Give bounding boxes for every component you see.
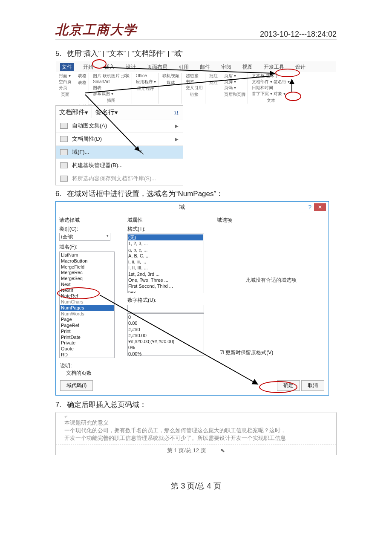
btn-bookmark[interactable]: 书签: [186, 79, 203, 85]
equation-icon: π: [170, 106, 183, 119]
btn-cover[interactable]: 封面 ▾: [59, 73, 72, 79]
step-7-num: 7.: [55, 401, 65, 409]
sample-footer: 第 1 页/总 12 页 ⬉: [64, 445, 328, 455]
btn-sigline[interactable]: 签名行 ▾: [274, 79, 290, 84]
list-numformats[interactable]: 00.00#,##0 #,##0.00¥#,##0.00;(¥#,##0.00)…: [127, 313, 204, 356]
btn-office[interactable]: Office: [136, 73, 156, 79]
menu-docprop[interactable]: 文档属性(D)▶: [56, 132, 183, 145]
btn-header[interactable]: 页眉 ▾: [224, 73, 245, 79]
result-sample: ↵ 本课题研究的意义 一个现代化的公司，拥有数千名的员工，那么如何管理这么庞大的…: [55, 412, 337, 455]
tab-mail[interactable]: 邮件: [198, 63, 212, 71]
label-fieldname: 域名(F):: [59, 243, 121, 251]
input-numformat[interactable]: [127, 305, 204, 312]
btn-comment[interactable]: 批注: [209, 73, 218, 79]
btn-textbox[interactable]: 文本框: [252, 73, 265, 78]
close-icon[interactable]: ✕: [314, 203, 326, 211]
grp-hdr: 页眉和页脚: [224, 92, 245, 98]
step-5-text: 使用“插入” | “文本” | “文档部件” | “域”: [67, 49, 184, 58]
grp-table: 表格: [78, 80, 86, 86]
btn-onlinepic[interactable]: 联机图片: [103, 73, 120, 78]
cursor-icon-2: ⬉: [220, 447, 225, 454]
step-7-text: 确定后即插入总页码域：: [67, 401, 147, 409]
step-5-num: 5.: [55, 49, 65, 58]
highlight-oval-ok: [259, 381, 297, 393]
highlight-oval-numpages: [57, 287, 100, 299]
label-desc: 说明:: [60, 362, 324, 370]
step-5: 5. 使用“插入” | “文本” | “文档部件” | “域”: [55, 49, 337, 58]
btn-apps[interactable]: 应用程序 ▾: [136, 79, 156, 85]
tab-view[interactable]: 视图: [241, 63, 254, 71]
bbmanager-icon: [60, 162, 68, 168]
btn-chart[interactable]: 图表: [93, 85, 101, 90]
ribbon-screenshot: 文件 开始 插入 设计 页面布局 引用 邮件 审阅 视图 开发工具 设计 封面 …: [55, 61, 337, 104]
btn-blank[interactable]: 空白页: [59, 79, 72, 85]
step-7: 7. 确定后即插入总页码域：: [55, 400, 337, 410]
university-logo: 北京工商大学: [55, 21, 137, 39]
field-dialog: 域 ? ✕ 请选择域 类别(C): (全部)▾ 域名(F): ListNumMa…: [55, 201, 329, 396]
page-header: 北京工商大学 2013-10-12---18:24:02: [55, 21, 337, 40]
save-icon: [60, 176, 68, 182]
step-6-num: 6.: [55, 190, 65, 198]
sec-field-props: 域属性: [127, 217, 210, 224]
grp-comment: 批注: [209, 80, 218, 86]
menu-field[interactable]: 域(F)...↖: [56, 145, 183, 159]
btn-shape[interactable]: 形状: [121, 73, 130, 78]
grp-illus: 插图: [93, 98, 130, 104]
tab-review[interactable]: 审阅: [219, 63, 233, 71]
list-formats[interactable]: (无)1, 2, 3, ...a, b, c, ... A, B, C, ...…: [127, 234, 204, 293]
no-options-msg: 此域没有合适的域选项: [217, 225, 325, 347]
btn-hyperlink[interactable]: 超链接: [186, 73, 203, 79]
btn-quickparts[interactable]: 文档部件 ▾: [252, 79, 272, 84]
btn-pic[interactable]: 图片: [93, 73, 101, 78]
tab-design1[interactable]: 设计: [124, 63, 138, 71]
tab-layout[interactable]: 页面布局: [145, 63, 169, 71]
tab-ref[interactable]: 引用: [177, 63, 190, 71]
autotext-icon: [60, 123, 68, 129]
chk-preserve-format[interactable]: ☑ 更新时保留原格式(V): [217, 347, 325, 358]
grp-app: 应用程序: [136, 86, 156, 92]
btn-datetime[interactable]: 日期和时间: [252, 85, 273, 90]
btn-smartart[interactable]: SmartArt: [93, 79, 110, 84]
sample-line-1: 本课题研究的意义: [64, 419, 328, 427]
quickparts-menu: 文档部件 ▾ 签名行 ▾ π 自动图文集(A)▶ 文档属性(D)▶ 域(F)..…: [55, 105, 183, 185]
grp-media: 媒体: [162, 80, 179, 86]
btn-xref[interactable]: 交叉引用: [186, 85, 203, 91]
help-icon[interactable]: ?: [306, 204, 314, 211]
btn-screenshot[interactable]: 屏幕截图 ▾: [93, 91, 113, 96]
highlight-oval-quickparts: [275, 69, 300, 77]
label-format: 格式(T):: [127, 225, 210, 233]
btn-pagenum[interactable]: 页码 ▾: [224, 85, 245, 91]
label-category: 类别(C):: [59, 225, 121, 233]
menu-autotext[interactable]: 自动图文集(A)▶: [56, 119, 183, 132]
grp-text: 文本: [252, 98, 289, 104]
btn-dropcap[interactable]: 首字下沉 ▾: [252, 91, 272, 96]
menu-btn-quickparts[interactable]: 文档部件 ▾: [56, 106, 92, 119]
sec-field-opts: 域选项: [217, 217, 325, 224]
btn-video[interactable]: 联机视频: [162, 73, 179, 79]
page-footer: 第 3 页/总 4 页: [55, 481, 337, 491]
btn-cancel[interactable]: 取消: [301, 380, 324, 391]
btn-field-codes[interactable]: 域代码(I): [60, 380, 93, 391]
step-6: 6. 在域对话框中进行设置，选域名为“NumPages”：: [55, 189, 337, 199]
label-numformat: 数字格式(U):: [127, 297, 210, 304]
sec-select-field: 请选择域: [59, 217, 121, 224]
list-fieldnames[interactable]: ListNumMacroButtonMergeField MergeRecMer…: [59, 251, 115, 358]
grp-page: 页面: [59, 92, 72, 98]
menu-bbmanager[interactable]: 构建基块管理器(B)...: [56, 159, 183, 172]
btn-footer[interactable]: 页脚 ▾: [224, 79, 245, 85]
step-6-text: 在域对话框中进行设置，选域名为“NumPages”：: [67, 190, 223, 198]
list-item-numpages: NumPages: [60, 305, 114, 311]
docprop-icon: [60, 136, 68, 142]
menu-btn-sigline[interactable]: 签名行 ▾: [92, 106, 121, 119]
dialog-titlebar: 域 ? ✕: [56, 202, 329, 213]
cursor-icon: ↖: [139, 148, 144, 156]
sample-line-3: 开发一个功能完善的职工信息管理系统就必不可少了。所以需要设计开发一个实现职工信息: [64, 434, 328, 442]
desc-text: 文档的页数: [60, 370, 324, 377]
btn-table[interactable]: 表格: [78, 73, 86, 79]
btn-break[interactable]: 分页: [59, 85, 72, 91]
btn-object[interactable]: 对象 ▾: [274, 91, 285, 96]
tab-file[interactable]: 文件: [60, 63, 74, 71]
field-icon: [60, 149, 68, 155]
combo-category[interactable]: (全部)▾: [59, 233, 110, 241]
sample-line-2: 一个现代化的公司，拥有数千名的员工，那么如何管理这么庞大的职工信息档案呢？这时，: [64, 427, 328, 434]
